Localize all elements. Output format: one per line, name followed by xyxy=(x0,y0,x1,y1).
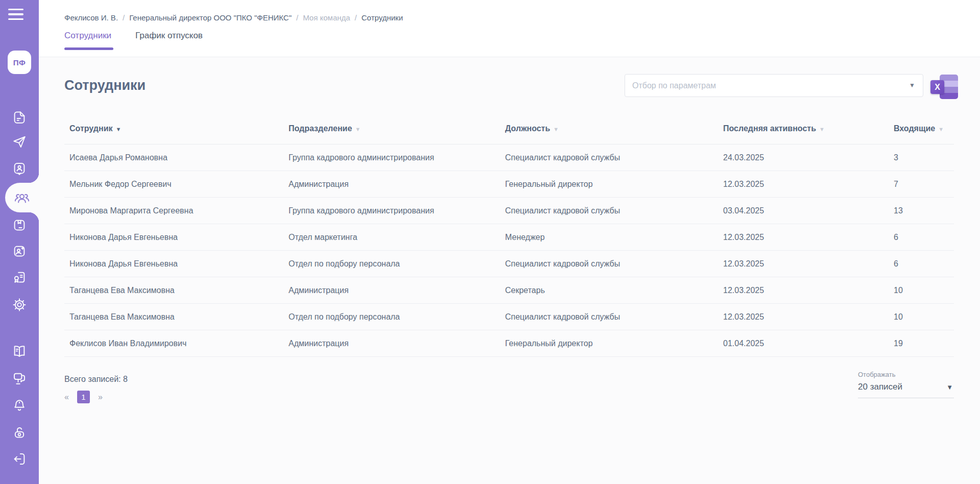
chat-icon xyxy=(12,371,27,386)
breadcrumb-item[interactable]: Генеральный директор ООО "ПКО "ФЕНИКС" xyxy=(129,13,292,22)
breadcrumb-item[interactable]: Феклисов И. В. xyxy=(64,13,118,22)
main-content: Сотрудники ▼ X Сотрудник▼Подразделение▼Д… xyxy=(39,57,980,484)
table-cell: Феклисов Иван Владимирович xyxy=(64,339,283,348)
page-size-label: Отображать xyxy=(858,371,954,378)
table-cell: Отдел по подбору персонала xyxy=(283,312,500,322)
column-header[interactable]: Подразделение▼ xyxy=(283,124,500,133)
topbar: Феклисов И. В./Генеральный директор ООО … xyxy=(39,0,980,57)
breadcrumb: Феклисов И. В./Генеральный директор ООО … xyxy=(64,13,403,22)
sidebar-item-products[interactable] xyxy=(0,214,39,236)
filter-input[interactable] xyxy=(625,74,923,97)
table-cell: 12.03.2025 xyxy=(718,286,889,295)
table-row[interactable]: Феклисов Иван ВладимировичАдминистрацияГ… xyxy=(64,330,954,357)
bell-icon xyxy=(12,398,27,413)
certificate-icon xyxy=(12,270,27,285)
excel-export-button[interactable]: X xyxy=(930,75,958,99)
table-cell: Исаева Дарья Романовна xyxy=(64,153,283,162)
table-cell: 19 xyxy=(889,339,954,348)
table-cell: 13 xyxy=(889,206,954,215)
table-cell: 03.04.2025 xyxy=(718,206,889,215)
breadcrumb-item[interactable]: Моя команда xyxy=(303,13,350,22)
person-plus-icon xyxy=(12,244,27,259)
table-cell: 6 xyxy=(889,259,954,269)
sidebar-item-send[interactable] xyxy=(0,131,39,153)
sidebar-item-my-team[interactable] xyxy=(5,183,39,212)
lock-icon xyxy=(12,425,27,440)
sidebar-item-settings[interactable] xyxy=(0,294,39,316)
sort-icon: ▼ xyxy=(553,126,559,132)
chevron-down-icon: ▼ xyxy=(946,383,953,391)
column-header[interactable]: Должность▼ xyxy=(500,124,718,133)
records-total: Всего записей: 8 xyxy=(64,375,128,384)
page-title: Сотрудники xyxy=(64,78,146,93)
filter-select[interactable]: ▼ xyxy=(625,74,923,97)
sidebar-item-certificates[interactable] xyxy=(0,266,39,288)
page-size-value: 20 записей ▼ xyxy=(858,382,954,398)
sort-icon: ▼ xyxy=(116,126,122,132)
sidebar-item-handbook[interactable] xyxy=(0,340,39,362)
pagination-next[interactable]: » xyxy=(98,393,103,402)
pagination-prev[interactable]: « xyxy=(64,393,69,402)
table-cell: 12.03.2025 xyxy=(718,233,889,242)
column-header[interactable]: Последняя активность▼ xyxy=(718,124,889,133)
table-cell: Специалист кадровой службы xyxy=(500,206,718,215)
table-cell: 7 xyxy=(889,180,954,189)
table-cell: Специалист кадровой службы xyxy=(500,153,718,162)
tab-vacation-schedule[interactable]: График отпусков xyxy=(135,31,203,50)
table-cell: Миронова Маргарита Сергеевна xyxy=(64,206,283,215)
paper-plane-icon xyxy=(12,134,27,150)
sidebar-item-add-person[interactable] xyxy=(0,240,39,262)
table-cell: Менеджер xyxy=(500,233,718,242)
table-row[interactable]: Миронова Маргарита СергеевнаГруппа кадро… xyxy=(64,198,954,224)
table-cell: Отдел маркетинга xyxy=(283,233,500,242)
sidebar-item-logout[interactable] xyxy=(0,448,39,470)
breadcrumb-separator: / xyxy=(296,13,298,22)
sidebar: ПФ xyxy=(0,0,39,484)
table-cell: 12.03.2025 xyxy=(718,259,889,269)
table-header-row: Сотрудник▼Подразделение▼Должность▼Послед… xyxy=(64,113,954,144)
table-cell: Специалист кадровой службы xyxy=(500,259,718,269)
tabs: Сотрудники График отпусков xyxy=(64,31,203,50)
table-cell: Никонова Дарья Евгеньевна xyxy=(64,259,283,269)
table-cell: Специалист кадровой службы xyxy=(500,312,718,322)
pagination-page-current[interactable]: 1 xyxy=(77,391,90,403)
breadcrumb-separator: / xyxy=(123,13,125,22)
sidebar-item-security[interactable] xyxy=(0,421,39,444)
table-cell: 6 xyxy=(889,233,954,242)
breadcrumb-item[interactable]: Сотрудники xyxy=(362,13,403,22)
gear-icon xyxy=(12,297,27,312)
menu-icon[interactable] xyxy=(8,9,23,21)
sort-icon: ▼ xyxy=(819,126,825,132)
page-size-select[interactable]: Отображать 20 записей ▼ xyxy=(858,371,954,398)
sort-icon: ▼ xyxy=(938,126,944,132)
table-cell: Администрация xyxy=(283,180,500,189)
team-icon xyxy=(14,189,30,206)
table-cell: Генеральный директор xyxy=(500,180,718,189)
table-row[interactable]: Исаева Дарья РомановнаГруппа кадрового а… xyxy=(64,144,954,171)
table-cell: Администрация xyxy=(283,339,500,348)
column-header[interactable]: Входящие▼ xyxy=(889,124,954,133)
sidebar-item-support-chat[interactable] xyxy=(0,367,39,390)
table-cell: 12.03.2025 xyxy=(718,312,889,322)
table-cell: 01.04.2025 xyxy=(718,339,889,348)
app-logo[interactable]: ПФ xyxy=(8,51,31,74)
table-row[interactable]: Таганцева Ева МаксимовнаАдминистрацияСек… xyxy=(64,277,954,304)
table-cell: Мельник Федор Сергеевич xyxy=(64,180,283,189)
logout-icon xyxy=(12,451,27,467)
table-cell: 24.03.2025 xyxy=(718,153,889,162)
table-body: Исаева Дарья РомановнаГруппа кадрового а… xyxy=(64,144,954,357)
table-cell: Таганцева Ева Максимовна xyxy=(64,286,283,295)
table-row[interactable]: Никонова Дарья ЕвгеньевнаОтдел маркетинг… xyxy=(64,224,954,251)
column-header[interactable]: Сотрудник▼ xyxy=(64,124,283,133)
table-cell: Таганцева Ева Максимовна xyxy=(64,312,283,322)
table-cell: 12.03.2025 xyxy=(718,180,889,189)
table-row[interactable]: Мельник Федор СергеевичАдминистрацияГене… xyxy=(64,171,954,198)
table-row[interactable]: Никонова Дарья ЕвгеньевнаОтдел по подбор… xyxy=(64,251,954,277)
table-row[interactable]: Таганцева Ева МаксимовнаОтдел по подбору… xyxy=(64,304,954,330)
sidebar-item-notifications[interactable] xyxy=(0,394,39,417)
sidebar-item-documents[interactable] xyxy=(0,106,39,129)
tab-employees[interactable]: Сотрудники xyxy=(64,31,111,50)
table-cell: 10 xyxy=(889,286,954,295)
book-icon xyxy=(12,344,27,359)
employees-table: Сотрудник▼Подразделение▼Должность▼Послед… xyxy=(64,113,954,357)
